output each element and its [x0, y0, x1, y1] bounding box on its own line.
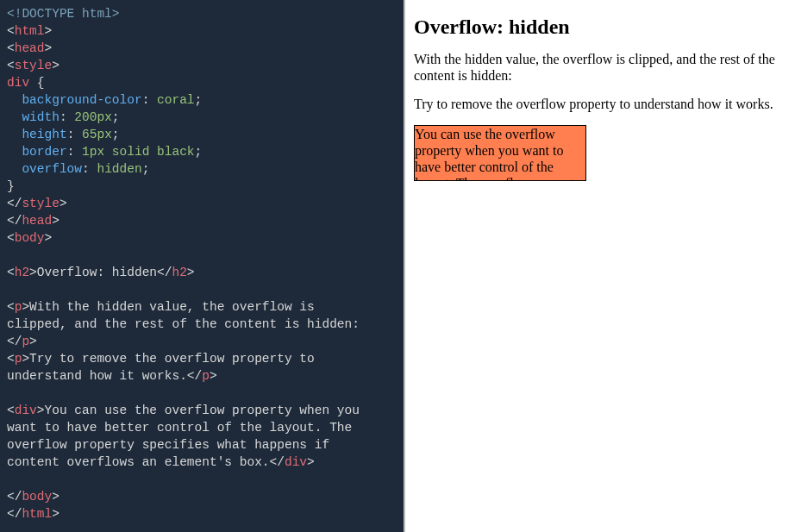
h2-open-tag: h2 [15, 266, 29, 279]
preview-paragraph-1: With the hidden value, the overflow is c… [414, 51, 786, 84]
code-editor-pane[interactable]: <!DOCTYPE html> <html> <head> <style> di… [0, 0, 404, 532]
css-val-height: 65px [82, 128, 112, 141]
preview-pane: Overflow: hidden With the hidden value, … [404, 0, 795, 532]
h2-text: Overflow: hidden [37, 266, 157, 279]
head-close-tag: head [22, 214, 52, 228]
p1-text: With the hidden value, the overflow is c… [7, 300, 360, 331]
body-open-tag: body [15, 231, 45, 245]
preview-heading: Overflow: hidden [414, 16, 786, 39]
style-close-tag: style [22, 197, 59, 210]
html-close-tag: html [22, 507, 52, 521]
css-prop-bg: background-color [22, 93, 141, 107]
preview-paragraph-2: Try to remove the overflow property to u… [414, 96, 786, 112]
css-val-border: 1px solid black [82, 145, 195, 159]
div-open-tag: div [15, 404, 37, 417]
css-val-bg: coral [157, 93, 195, 107]
css-prop-border: border [22, 145, 66, 159]
overflow-demo-box: You can use the overflow property when y… [414, 125, 586, 181]
css-prop-width: width [22, 110, 59, 124]
head-open-tag: head [15, 41, 45, 55]
body-close-tag: body [22, 490, 52, 504]
style-open-tag: style [15, 59, 53, 72]
css-selector: div [7, 76, 29, 90]
p2-text: Try to remove the overflow property to u… [7, 352, 315, 383]
doctype-line: <!DOCTYPE html> [7, 7, 120, 21]
html-open-tag: html [15, 24, 45, 38]
css-val-overflow: hidden [97, 162, 141, 176]
css-prop-overflow: overflow [22, 162, 82, 176]
css-prop-height: height [22, 128, 66, 141]
css-val-width: 200px [74, 110, 112, 124]
